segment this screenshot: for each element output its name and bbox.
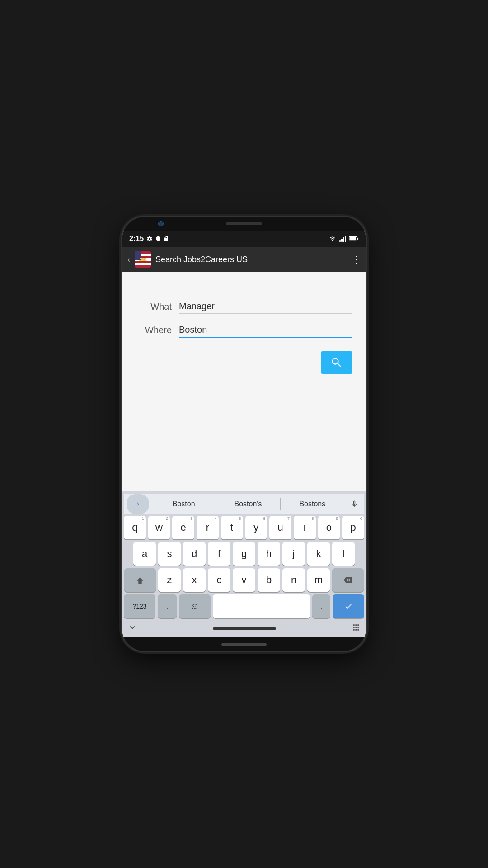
what-label: What xyxy=(136,302,172,312)
battery-icon xyxy=(349,236,359,241)
autocomplete-word-2[interactable]: Boston's xyxy=(216,498,280,510)
keyboard-container: Boston Boston's Bostons 1q 2w 3e 4r xyxy=(122,491,366,637)
key-k[interactable]: k xyxy=(307,542,330,566)
key-g[interactable]: g xyxy=(233,542,255,566)
phone-bottom-bar xyxy=(221,643,267,646)
key-n[interactable]: n xyxy=(282,568,305,592)
key-u[interactable]: 7u xyxy=(269,516,291,539)
key-v[interactable]: v xyxy=(233,568,255,592)
phone-camera xyxy=(158,221,164,226)
what-input[interactable] xyxy=(179,299,352,314)
autocomplete-expand[interactable] xyxy=(127,494,149,514)
mic-button[interactable] xyxy=(344,499,364,509)
key-row-1: 1q 2w 3e 4r 5t 6y 7u 8i 9o 0p xyxy=(124,516,364,539)
phone-screen: 2:15 xyxy=(122,231,366,637)
key-j[interactable]: j xyxy=(282,542,305,566)
where-label: Where xyxy=(136,325,172,335)
app-logo: J2C xyxy=(135,251,151,268)
comma-key[interactable]: , xyxy=(158,594,177,618)
chevron-down-icon xyxy=(127,623,137,632)
key-m[interactable]: m xyxy=(307,568,330,592)
space-key[interactable] xyxy=(213,594,310,618)
key-h[interactable]: h xyxy=(258,542,280,566)
key-z[interactable]: z xyxy=(158,568,181,592)
phone-bottom xyxy=(122,637,366,651)
signal-icon xyxy=(339,236,346,242)
status-right xyxy=(328,236,359,242)
checkmark-icon xyxy=(343,602,353,610)
search-btn-row xyxy=(136,351,352,374)
phone-speaker xyxy=(226,222,262,225)
key-i[interactable]: 8i xyxy=(294,516,316,539)
key-p[interactable]: 0p xyxy=(342,516,364,539)
shield-icon xyxy=(155,236,161,242)
autocomplete-bar: Boston Boston's Bostons xyxy=(124,494,364,514)
grid-icon xyxy=(352,623,361,632)
key-r[interactable]: 4r xyxy=(197,516,219,539)
search-button[interactable] xyxy=(321,351,352,374)
mic-icon xyxy=(350,499,358,509)
app-title: Search Jobs2Careers US xyxy=(155,255,347,264)
delete-key[interactable] xyxy=(332,568,364,592)
wifi-icon xyxy=(328,236,337,242)
delete-icon xyxy=(343,576,353,584)
key-y[interactable]: 6y xyxy=(245,516,267,539)
shift-key[interactable] xyxy=(124,568,156,592)
period-key[interactable]: . xyxy=(312,594,330,618)
logo-text: J2C xyxy=(135,251,151,268)
key-b[interactable]: b xyxy=(258,568,280,592)
key-o[interactable]: 9o xyxy=(318,516,340,539)
status-bar: 2:15 xyxy=(122,231,366,247)
menu-button[interactable]: ⋮ xyxy=(352,254,361,265)
key-f[interactable]: f xyxy=(208,542,230,566)
back-button[interactable]: ‹ xyxy=(127,255,130,264)
key-rows: 1q 2w 3e 4r 5t 6y 7u 8i 9o 0p a s d f xyxy=(124,516,364,618)
key-row-4: ?123 , ☺ . xyxy=(124,594,364,618)
search-form: What Where xyxy=(136,299,352,374)
phone-frame: 2:15 xyxy=(122,217,366,651)
phone-top-bar xyxy=(122,217,366,231)
chevron-right-icon xyxy=(134,500,141,508)
key-x[interactable]: x xyxy=(183,568,206,592)
home-indicator xyxy=(213,627,276,630)
status-time: 2:15 xyxy=(129,235,144,243)
gear-icon xyxy=(146,236,153,242)
search-icon xyxy=(330,356,343,369)
where-input[interactable] xyxy=(179,323,352,338)
keyboard-hide-button[interactable] xyxy=(127,623,137,635)
autocomplete-word-3[interactable]: Bostons xyxy=(281,498,344,510)
app-bar: ‹ J2C Search Jobs2Careers US ⋮ xyxy=(122,247,366,272)
key-w[interactable]: 2w xyxy=(148,516,170,539)
svg-rect-2 xyxy=(357,238,358,240)
where-row: Where xyxy=(136,323,352,338)
key-q[interactable]: 1q xyxy=(124,516,146,539)
what-row: What xyxy=(136,299,352,314)
key-d[interactable]: d xyxy=(183,542,206,566)
keyboard-bottom xyxy=(124,621,364,636)
key-c[interactable]: c xyxy=(208,568,230,592)
emoji-key[interactable]: ☺ xyxy=(179,594,211,618)
key-row-2: a s d f g h j k l xyxy=(124,542,364,566)
main-content: What Where xyxy=(122,272,366,491)
numbers-key[interactable]: ?123 xyxy=(124,594,155,618)
key-t[interactable]: 5t xyxy=(221,516,243,539)
key-row-3: z x c v b n m xyxy=(124,568,364,592)
keyboard-settings-button[interactable] xyxy=(352,623,361,634)
action-key[interactable] xyxy=(333,594,364,618)
key-a[interactable]: a xyxy=(133,542,156,566)
sdcard-icon xyxy=(164,236,169,242)
status-left: 2:15 xyxy=(129,235,169,243)
key-l[interactable]: l xyxy=(332,542,355,566)
svg-rect-1 xyxy=(349,237,356,240)
shift-icon xyxy=(135,575,145,585)
key-e[interactable]: 3e xyxy=(172,516,194,539)
key-s[interactable]: s xyxy=(158,542,181,566)
autocomplete-words: Boston Boston's Bostons xyxy=(152,498,344,510)
autocomplete-word-1[interactable]: Boston xyxy=(152,498,216,510)
